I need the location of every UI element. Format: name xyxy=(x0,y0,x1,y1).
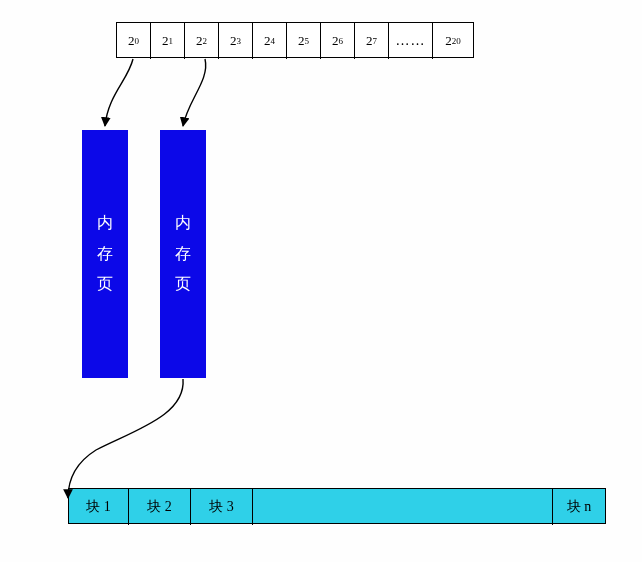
array-cell-3: 23 xyxy=(219,23,253,59)
array-cell-1: 21 xyxy=(151,23,185,59)
array-cell-0: 20 xyxy=(117,23,151,59)
block-middle xyxy=(253,489,553,525)
array-cell-dots: …… xyxy=(389,23,433,59)
array-cell-6: 26 xyxy=(321,23,355,59)
block-bar: 块 1 块 2 块 3 块 n xyxy=(68,488,606,524)
array-cell-7: 27 xyxy=(355,23,389,59)
memory-page-b: 内 存 页 xyxy=(160,130,206,378)
mem-char-3: 页 xyxy=(175,269,191,299)
array-cell-n: 220 xyxy=(433,23,473,59)
array-cell-4: 24 xyxy=(253,23,287,59)
block-1: 块 1 xyxy=(69,489,129,525)
memory-page-a: 内 存 页 xyxy=(82,130,128,378)
mem-char-2: 存 xyxy=(175,239,191,269)
mem-char-1: 内 xyxy=(175,208,191,238)
mem-char-3: 页 xyxy=(97,269,113,299)
mem-char-2: 存 xyxy=(97,239,113,269)
mem-char-1: 内 xyxy=(97,208,113,238)
array-cell-5: 25 xyxy=(287,23,321,59)
diagram-stage: 20 21 22 23 24 25 26 27 …… 220 内 存 页 内 存… xyxy=(0,0,642,562)
arrow-page-b-to-blocks xyxy=(68,379,183,498)
block-3: 块 3 xyxy=(191,489,253,525)
block-n: 块 n xyxy=(553,489,605,525)
arrow-cell0-to-page-a xyxy=(105,59,133,126)
power-array: 20 21 22 23 24 25 26 27 …… 220 xyxy=(116,22,474,58)
block-2: 块 2 xyxy=(129,489,191,525)
array-cell-2: 22 xyxy=(185,23,219,59)
arrow-cell2-to-page-b xyxy=(183,59,206,126)
